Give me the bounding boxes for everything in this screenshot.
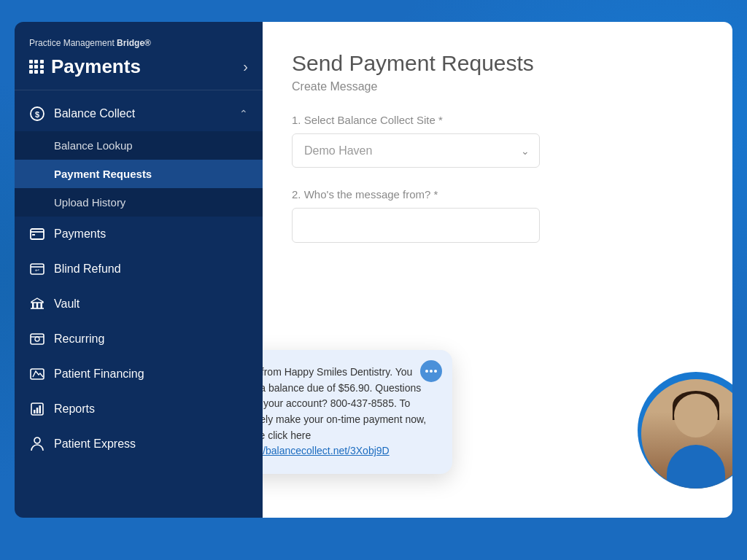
site-select-wrapper: Demo Haven ⌄	[292, 133, 540, 168]
person-head	[674, 394, 718, 438]
refund-icon: ↩	[29, 261, 45, 277]
site-select[interactable]: Demo Haven	[292, 133, 540, 168]
field2-label: 2. Who's the message from? *	[292, 188, 703, 201]
svg-rect-16	[31, 369, 44, 379]
sidebar-nav: $ Balance Collect ⌃ Balance Lookup Payme…	[15, 90, 263, 518]
credit-card-icon	[29, 226, 45, 242]
patient-financing-label: Patient Financing	[54, 368, 248, 381]
financing-icon	[29, 366, 45, 382]
recurring-label: Recurring	[54, 332, 248, 346]
sms-message-text: Hello from Happy Smiles Dentistry. You h…	[263, 365, 436, 459]
bank-icon	[29, 296, 45, 312]
chevron-up-icon: ⌃	[239, 108, 248, 120]
section-subtitle: Create Message	[292, 80, 703, 93]
sms-options-button[interactable]	[420, 360, 442, 382]
svg-rect-19	[36, 408, 39, 413]
sms-link[interactable]: https://balancecollect.net/3Xobj9D	[263, 445, 390, 456]
main-content: Send Payment Requests Create Message 1. …	[263, 22, 732, 518]
sms-preview-card: Hello from Happy Smiles Dentistry. You h…	[263, 350, 452, 474]
sidebar-item-upload-history[interactable]: Upload History	[15, 188, 263, 217]
avatar	[641, 379, 732, 489]
brand-name: Practice Management Bridge®	[29, 38, 248, 48]
sidebar: Practice Management Bridge® Payments › $	[15, 22, 263, 518]
page-title: Send Payment Requests	[292, 51, 703, 76]
sidebar-item-blind-refund[interactable]: ↩ Blind Refund	[15, 252, 263, 287]
sidebar-item-patient-express[interactable]: Patient Express	[15, 427, 263, 462]
sidebar-item-payments[interactable]: Payments	[15, 217, 263, 252]
sidebar-item-recurring[interactable]: Recurring	[15, 322, 263, 357]
sidebar-title: Payments	[51, 55, 236, 78]
svg-text:↩: ↩	[35, 268, 39, 273]
svg-rect-10	[36, 303, 39, 308]
svg-point-21	[34, 438, 40, 443]
svg-text:$: $	[35, 110, 39, 119]
patient-express-label: Patient Express	[54, 438, 248, 451]
field1-label: 1. Select Balance Collect Site *	[292, 114, 703, 126]
grid-icon[interactable]	[29, 60, 44, 74]
balance-collect-submenu: Balance Lookup Payment Requests Upload H…	[15, 131, 263, 217]
from-field[interactable]	[292, 208, 540, 243]
svg-rect-20	[39, 405, 42, 413]
blind-refund-label: Blind Refund	[54, 262, 248, 276]
chart-icon	[29, 401, 45, 417]
sidebar-item-balance-collect[interactable]: $ Balance Collect ⌃	[15, 96, 263, 131]
sidebar-item-balance-lookup[interactable]: Balance Lookup	[15, 131, 263, 160]
balance-collect-label: Balance Collect	[54, 107, 231, 120]
reports-label: Reports	[54, 402, 248, 416]
sidebar-item-reports[interactable]: Reports	[15, 392, 263, 427]
person-body	[667, 445, 725, 489]
svg-rect-4	[32, 234, 35, 236]
sidebar-item-vault[interactable]: Vault	[15, 287, 263, 322]
recurring-icon	[29, 331, 45, 347]
payments-label: Payments	[54, 228, 248, 241]
svg-point-14	[35, 337, 39, 341]
sidebar-item-patient-financing[interactable]: Patient Financing	[15, 357, 263, 392]
sidebar-item-payment-requests[interactable]: Payment Requests	[15, 160, 263, 188]
from-field-wrapper	[292, 208, 540, 243]
avatar-container	[638, 372, 732, 489]
svg-rect-18	[34, 410, 36, 413]
expand-icon[interactable]: ›	[243, 58, 248, 75]
svg-rect-9	[32, 303, 34, 308]
svg-rect-11	[41, 303, 43, 308]
vault-label: Vault	[54, 298, 248, 311]
sidebar-header: Practice Management Bridge® Payments ›	[15, 22, 263, 90]
person-icon	[29, 436, 45, 452]
dollar-circle-icon: $	[29, 106, 45, 122]
svg-rect-13	[31, 334, 44, 344]
svg-marker-8	[31, 298, 43, 303]
